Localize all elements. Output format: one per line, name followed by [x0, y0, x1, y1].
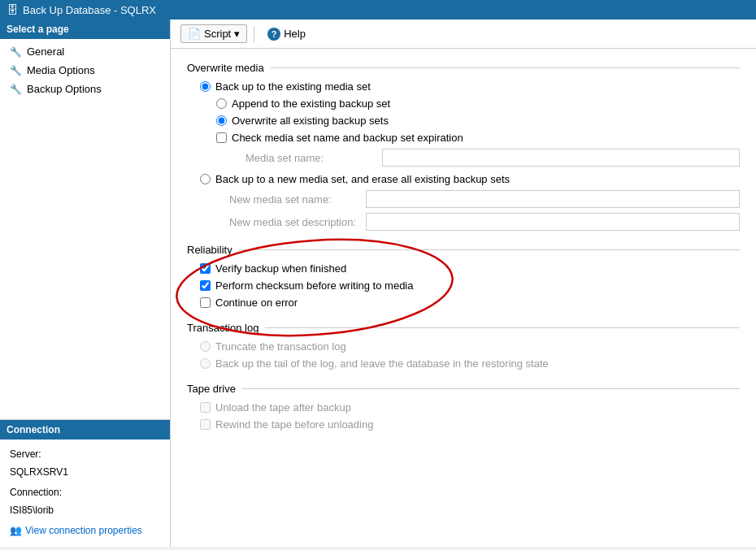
reliability-title: Reliability [187, 244, 740, 256]
new-media-set-desc-label: New media set description: [229, 216, 359, 228]
wrench-icon-media: 🔧 [10, 65, 22, 76]
backup-new-label: Back up to a new media set, and erase al… [215, 173, 510, 185]
truncate-label: Truncate the transaction log [215, 340, 346, 353]
new-media-set-name-input[interactable] [366, 190, 740, 208]
new-media-set-desc-input[interactable] [366, 213, 740, 231]
toolbar-separator [254, 26, 254, 42]
media-set-name-input[interactable] [382, 149, 740, 167]
server-label: Server: [10, 448, 41, 460]
form-area: Overwrite media Back up to the existing … [171, 49, 756, 547]
connection-label: Connection: [10, 487, 62, 498]
wrench-icon-general: 🔧 [10, 46, 22, 58]
verify-backup-item: Verify backup when finished [200, 262, 740, 275]
unload-tape-label: Unload the tape after backup [215, 401, 351, 414]
server-value: SQLRXSRV1 [10, 464, 160, 482]
connection-content: Server: SQLRXSRV1 Connection: ISI85\lori… [0, 440, 170, 547]
overwrite-radio[interactable] [216, 115, 227, 126]
rewind-tape-checkbox[interactable] [200, 419, 211, 430]
users-icon: 👥 [10, 522, 22, 540]
chevron-down-icon: ▾ [234, 28, 240, 40]
media-set-name-row: Media set name: [245, 149, 740, 167]
backup-tail-label: Back up the tail of the log, and leave t… [215, 357, 549, 370]
backup-existing-radio[interactable] [200, 81, 211, 92]
tape-drive-options: Unload the tape after backup Rewind the … [200, 401, 740, 431]
continue-on-error-checkbox[interactable] [200, 297, 211, 308]
script-label: Script [204, 28, 231, 40]
content-area: 📄 Script ▾ ? Help Overwrite media Back u… [171, 19, 756, 547]
tape-drive-title: Tape drive [187, 383, 740, 395]
rewind-tape-item: Rewind the tape before unloading [200, 418, 740, 431]
sidebar-item-label-backup: Backup Options [27, 83, 102, 95]
script-button[interactable]: 📄 Script ▾ [180, 24, 247, 43]
check-media-checkbox[interactable] [216, 132, 227, 143]
transaction-log-section: Transaction log Truncate the transaction… [187, 322, 740, 370]
overwrite-media-title: Overwrite media [187, 62, 740, 74]
transaction-log-title: Transaction log [187, 322, 740, 334]
transaction-log-options: Truncate the transaction log Back up the… [200, 340, 740, 370]
verify-backup-checkbox[interactable] [200, 263, 211, 274]
backup-tail-radio-item: Back up the tail of the log, and leave t… [200, 357, 740, 370]
new-media-set-name-row: New media set name: [229, 190, 740, 208]
connection-header: Connection [0, 420, 170, 440]
sidebar-item-general[interactable]: 🔧 General [0, 42, 170, 61]
append-radio-item: Append to the existing backup set [216, 97, 740, 110]
tape-drive-section: Tape drive Unload the tape after backup … [187, 383, 740, 431]
checksum-label: Perform checksum before writing to media [215, 279, 413, 292]
sidebar-item-media-options[interactable]: 🔧 Media Options [0, 61, 170, 80]
truncate-radio-item: Truncate the transaction log [200, 340, 740, 353]
reliability-section: Reliability Verify backup when finished … [187, 244, 740, 309]
backup-new-radio-item: Back up to a new media set, and erase al… [200, 173, 740, 185]
help-icon: ? [267, 28, 280, 41]
sidebar-item-label-general: General [27, 45, 64, 58]
title-text: Back Up Database - SQLRX [23, 4, 156, 16]
help-label: Help [284, 28, 306, 40]
db-icon: 🗄 [7, 3, 18, 16]
append-radio[interactable] [216, 98, 227, 109]
script-icon: 📄 [188, 28, 201, 40]
media-set-name-label: Media set name: [245, 152, 376, 164]
sidebar: Select a page 🔧 General 🔧 Media Options … [0, 19, 171, 547]
sidebar-item-label-media: Media Options [27, 64, 95, 76]
unload-tape-item: Unload the tape after backup [200, 401, 740, 414]
backup-tail-radio[interactable] [200, 358, 211, 369]
view-connection-link[interactable]: 👥 View connection properties [10, 522, 160, 540]
reliability-options: Verify backup when finished Perform chec… [200, 262, 740, 309]
connection-label-row: Connection: [10, 484, 160, 502]
overwrite-radio-item: Overwrite all existing backup sets [216, 115, 740, 127]
sidebar-nav: 🔧 General 🔧 Media Options 🔧 Backup Optio… [0, 39, 170, 419]
verify-backup-label: Verify backup when finished [215, 262, 346, 275]
overwrite-label: Overwrite all existing backup sets [232, 115, 389, 127]
continue-on-error-label: Continue on error [215, 297, 298, 309]
continue-on-error-item: Continue on error [200, 297, 740, 309]
toolbar: 📄 Script ▾ ? Help [171, 19, 756, 49]
check-media-item: Check media set name and backup set expi… [216, 132, 740, 144]
connection-section: Connection Server: SQLRXSRV1 Connection:… [0, 419, 170, 547]
select-page-header: Select a page [0, 19, 170, 39]
title-bar: 🗄 Back Up Database - SQLRX [0, 0, 756, 19]
check-media-label: Check media set name and backup set expi… [232, 132, 463, 144]
connection-value: ISI85\lorib [10, 502, 160, 520]
sidebar-item-backup-options[interactable]: 🔧 Backup Options [0, 80, 170, 98]
truncate-radio[interactable] [200, 341, 211, 352]
checksum-checkbox[interactable] [200, 280, 211, 291]
radio-sub-group: Append to the existing backup set Overwr… [216, 97, 740, 167]
overwrite-media-options: Back up to the existing media set Append… [200, 80, 740, 231]
overwrite-media-section: Overwrite media Back up to the existing … [187, 62, 740, 231]
server-label-row: Server: [10, 446, 160, 464]
append-label: Append to the existing backup set [232, 97, 390, 110]
rewind-tape-label: Rewind the tape before unloading [215, 418, 373, 431]
checksum-item: Perform checksum before writing to media [200, 279, 740, 292]
wrench-icon-backup: 🔧 [10, 84, 22, 95]
backup-existing-radio-item: Back up to the existing media set [200, 80, 740, 93]
backup-existing-label: Back up to the existing media set [215, 80, 371, 93]
new-media-set-desc-row: New media set description: [229, 213, 740, 231]
new-media-set-name-label: New media set name: [229, 193, 359, 206]
unload-tape-checkbox[interactable] [200, 402, 211, 413]
backup-new-radio[interactable] [200, 174, 211, 184]
help-button[interactable]: ? Help [261, 25, 312, 43]
